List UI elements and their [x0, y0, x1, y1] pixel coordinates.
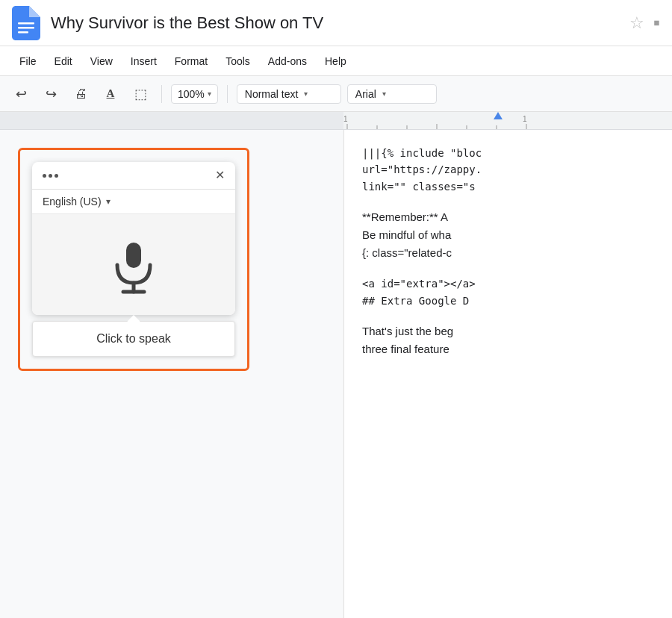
- star-icon[interactable]: ☆: [629, 13, 644, 33]
- dot-3: [55, 174, 58, 178]
- right-panel[interactable]: |||{% include "bloc url="https://zappy. …: [343, 130, 672, 618]
- document-area: ✕ English (US) ▾: [0, 130, 672, 618]
- doc-line-3: <a id="extra"></a> ## Extra Google D: [362, 275, 654, 309]
- language-chevron: ▾: [106, 196, 111, 207]
- style-selector[interactable]: Normal text ▾: [237, 84, 341, 104]
- ruler: 1 1: [0, 112, 672, 130]
- svg-marker-12: [494, 112, 503, 119]
- title-bar: Why Survivor is the Best Show on TV ☆ ▪: [0, 0, 672, 46]
- folder-icon[interactable]: ▪: [653, 11, 660, 34]
- ruler-left: [0, 112, 343, 129]
- font-chevron: ▾: [382, 90, 386, 98]
- zoom-selector[interactable]: 100% ▾: [171, 84, 218, 104]
- zoom-value: 100%: [178, 88, 205, 100]
- menu-addons[interactable]: Add-ons: [261, 52, 314, 70]
- svg-rect-13: [126, 243, 141, 268]
- gdocs-icon: [12, 6, 40, 40]
- menu-format[interactable]: Format: [167, 52, 215, 70]
- doc-line-1: |||{% include "bloc url="https://zappy. …: [362, 145, 654, 195]
- voice-dialog: ✕ English (US) ▾: [32, 162, 235, 315]
- ruler-ticks: 1 1: [343, 112, 672, 130]
- menu-file[interactable]: File: [12, 52, 44, 70]
- svg-rect-2: [18, 31, 28, 34]
- document-title[interactable]: Why Survivor is the Best Show on TV: [51, 13, 629, 33]
- doc-line-2: **Remember:** A Be mindful of wha {: cla…: [362, 208, 654, 262]
- font-selector[interactable]: Arial ▾: [347, 84, 437, 104]
- voice-widget-container: ✕ English (US) ▾: [18, 148, 249, 371]
- menu-view[interactable]: View: [83, 52, 120, 70]
- menu-bar: File Edit View Insert Format Tools Add-o…: [0, 46, 672, 76]
- svg-rect-1: [18, 27, 34, 29]
- style-chevron: ▾: [304, 90, 308, 98]
- toolbar: ↩ ↪ 🖨 A ⬚ 100% ▾ Normal text ▾ Arial ▾: [0, 76, 672, 112]
- close-button[interactable]: ✕: [215, 169, 225, 181]
- doc-content: |||{% include "bloc url="https://zappy. …: [362, 145, 654, 358]
- dot-1: [43, 174, 46, 178]
- click-to-speak-tooltip[interactable]: Click to speak: [32, 321, 235, 357]
- style-value: Normal text: [245, 88, 299, 100]
- svg-text:1: 1: [343, 115, 348, 123]
- zoom-chevron: ▾: [208, 90, 211, 98]
- microphone-icon[interactable]: [104, 237, 164, 296]
- menu-help[interactable]: Help: [317, 52, 354, 70]
- voice-dialog-header: ✕: [32, 162, 235, 190]
- undo-button[interactable]: ↩: [9, 82, 33, 106]
- toolbar-divider-2: [227, 85, 228, 103]
- paint-format-button[interactable]: ⬚: [128, 82, 152, 106]
- dots-menu[interactable]: [43, 174, 58, 178]
- menu-tools[interactable]: Tools: [218, 52, 258, 70]
- font-value: Arial: [355, 88, 376, 100]
- svg-rect-0: [18, 22, 34, 25]
- toolbar-divider-1: [161, 85, 162, 103]
- title-icons: ☆ ▪: [629, 11, 660, 34]
- menu-insert[interactable]: Insert: [123, 52, 164, 70]
- svg-text:1: 1: [523, 115, 527, 123]
- ruler-right: 1 1: [343, 112, 672, 129]
- click-to-speak-label: Click to speak: [96, 332, 171, 345]
- mic-area[interactable]: [32, 214, 235, 315]
- redo-button[interactable]: ↪: [39, 82, 63, 106]
- left-panel: ✕ English (US) ▾: [0, 130, 343, 618]
- language-label: English (US): [43, 196, 102, 207]
- menu-edit[interactable]: Edit: [47, 52, 80, 70]
- language-selector[interactable]: English (US) ▾: [32, 190, 235, 214]
- dot-2: [49, 174, 52, 178]
- print-button[interactable]: 🖨: [69, 82, 93, 106]
- spellcheck-button[interactable]: A: [99, 82, 122, 106]
- doc-line-4: That's just the beg three final feature: [362, 322, 654, 358]
